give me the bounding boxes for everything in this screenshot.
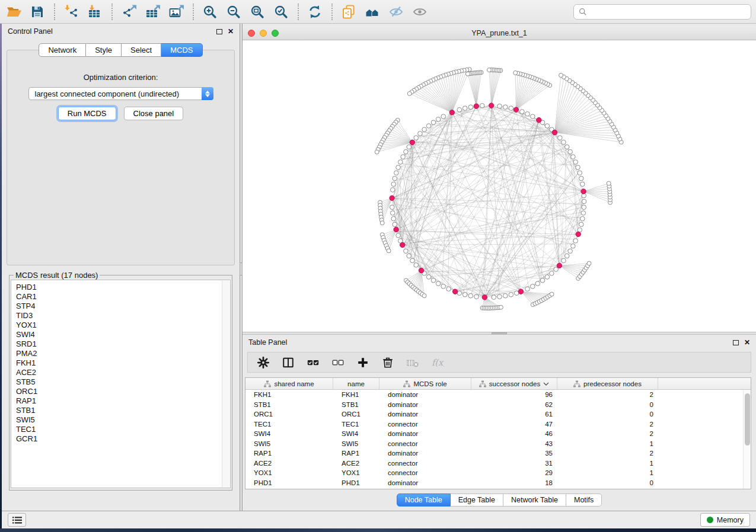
horizontal-splitter[interactable] bbox=[243, 332, 756, 335]
float-panel-icon[interactable] bbox=[216, 29, 222, 34]
memory-status-icon bbox=[707, 517, 713, 523]
result-list-scrollbar[interactable] bbox=[222, 281, 229, 487]
mcds-result-item[interactable]: STP4 bbox=[16, 302, 230, 311]
mcds-result-item[interactable]: FKH1 bbox=[16, 358, 230, 368]
mcds-result-item[interactable]: ACE2 bbox=[16, 368, 230, 377]
table-scrollbar-thumb[interactable] bbox=[745, 393, 750, 446]
tab-node-table[interactable]: Node Table bbox=[397, 493, 451, 507]
show-all-button[interactable] bbox=[411, 3, 429, 21]
select-all-button[interactable] bbox=[306, 355, 320, 370]
zoom-fit-button[interactable] bbox=[248, 3, 267, 21]
mcds-result-item[interactable]: STB1 bbox=[16, 406, 230, 415]
mcds-result-item[interactable]: TID3 bbox=[16, 311, 230, 321]
tab-edge-table[interactable]: Edge Table bbox=[451, 493, 503, 507]
table-settings-button[interactable] bbox=[256, 355, 270, 370]
open-file-button[interactable] bbox=[5, 3, 23, 21]
delete-table-icon bbox=[406, 356, 419, 369]
table-row[interactable]: ACE2ACE2connector311 bbox=[245, 459, 751, 469]
float-table-panel-icon[interactable] bbox=[733, 340, 739, 345]
mcds-result-item[interactable]: SWI4 bbox=[16, 330, 230, 339]
close-panel-icon[interactable]: ✕ bbox=[228, 28, 234, 35]
mcds-result-item[interactable]: TEC1 bbox=[16, 425, 230, 434]
tab-network[interactable]: Network bbox=[39, 43, 86, 57]
mcds-result-item[interactable]: YOX1 bbox=[16, 321, 230, 330]
tab-select[interactable]: Select bbox=[122, 43, 161, 57]
unselect-all-button[interactable] bbox=[331, 355, 345, 370]
mcds-result-item[interactable]: SRD1 bbox=[16, 339, 230, 349]
mcds-result-item[interactable]: ORC1 bbox=[16, 387, 230, 396]
mcds-result-item[interactable]: STB5 bbox=[16, 377, 230, 387]
search-input[interactable] bbox=[591, 7, 746, 16]
zoom-selected-button[interactable] bbox=[272, 3, 291, 21]
close-panel-button[interactable]: Close panel bbox=[124, 107, 184, 120]
table-row[interactable]: ORC1ORC1dominator610 bbox=[245, 409, 751, 419]
zoom-fit-icon bbox=[250, 5, 266, 19]
mcds-result-item[interactable]: PHD1 bbox=[16, 283, 230, 292]
column-header-successors[interactable]: successor nodes bbox=[471, 378, 557, 389]
table-row[interactable]: PHD1PHD1dominator180 bbox=[245, 478, 751, 488]
table-row[interactable]: SWI4SWI4dominator462 bbox=[245, 429, 751, 439]
cell-predecessors: 2 bbox=[557, 421, 658, 428]
cell-successors: 31 bbox=[471, 460, 557, 467]
cell-role: dominator bbox=[379, 479, 471, 486]
network-view[interactable] bbox=[243, 40, 756, 332]
window-close-icon[interactable] bbox=[248, 30, 255, 37]
import-table-button[interactable] bbox=[86, 3, 104, 21]
table-row[interactable]: RAP1RAP1dominator352 bbox=[245, 448, 751, 459]
column-label: predecessor nodes bbox=[583, 380, 642, 387]
tab-network-table[interactable]: Network Table bbox=[503, 493, 566, 507]
save-session-icon bbox=[30, 5, 46, 19]
duplicate-network-button[interactable] bbox=[340, 3, 358, 21]
zoom-in-button[interactable] bbox=[201, 3, 219, 21]
mcds-result-item[interactable]: RAP1 bbox=[16, 396, 230, 406]
tab-style[interactable]: Style bbox=[86, 43, 122, 57]
column-header-role[interactable]: MCDS role bbox=[379, 378, 471, 389]
mcds-result-item[interactable]: PMA2 bbox=[16, 349, 230, 358]
network-window-titlebar[interactable]: YPA_prune.txt_1 bbox=[243, 26, 756, 40]
splitter-grip-h[interactable] bbox=[492, 332, 507, 334]
memory-button[interactable]: Memory bbox=[700, 513, 750, 527]
mcds-result-list[interactable]: PHD1CAR1STP4TID3YOX1SWI4SRD1PMA2FKH1ACE2… bbox=[11, 280, 231, 488]
column-header-name[interactable]: name bbox=[333, 378, 379, 389]
delete-button[interactable] bbox=[381, 355, 395, 370]
table-row[interactable]: FKH1FKH1dominator962 bbox=[245, 390, 751, 400]
window-minimize-icon[interactable] bbox=[260, 30, 267, 37]
save-session-button[interactable] bbox=[28, 3, 47, 21]
column-header-predecessors[interactable]: predecessor nodes bbox=[557, 378, 658, 389]
export-table-button[interactable] bbox=[143, 3, 162, 21]
table-row[interactable]: TEC1TEC1connector472 bbox=[245, 419, 751, 430]
hide-selected-button[interactable] bbox=[387, 3, 406, 21]
table-row[interactable]: SWI5SWI5connector431 bbox=[245, 439, 751, 449]
zoom-out-button[interactable] bbox=[225, 3, 243, 21]
mcds-result-item[interactable]: GCR1 bbox=[16, 434, 230, 444]
table-row[interactable]: STB1STB1dominator620 bbox=[245, 400, 751, 410]
table-scrollbar[interactable] bbox=[743, 390, 751, 489]
refresh-button[interactable] bbox=[306, 3, 324, 21]
column-pane-icon bbox=[282, 356, 295, 369]
cell-successors: 61 bbox=[471, 411, 557, 418]
network-canvas[interactable] bbox=[243, 40, 756, 332]
vertical-splitter[interactable] bbox=[240, 24, 243, 511]
export-network-button[interactable] bbox=[120, 3, 138, 21]
import-network-button[interactable] bbox=[62, 3, 81, 21]
window-maximize-icon[interactable] bbox=[272, 30, 279, 37]
tab-motifs[interactable]: Motifs bbox=[566, 493, 602, 507]
mcds-result-item[interactable]: SWI5 bbox=[16, 415, 230, 425]
column-header-shared_name[interactable]: shared name bbox=[245, 378, 333, 389]
column-pane-button[interactable] bbox=[281, 355, 295, 370]
optimization-criterion-select[interactable]: largest connected component (undirected) bbox=[28, 87, 213, 100]
add-button[interactable] bbox=[356, 355, 370, 370]
attribute-type-icon bbox=[573, 380, 580, 387]
mcds-result-item[interactable]: CAR1 bbox=[16, 292, 230, 302]
control-panel-tabs: NetworkStyleSelectMCDS bbox=[2, 43, 240, 57]
export-image-button[interactable] bbox=[167, 3, 186, 21]
table-row[interactable]: YOX1YOX1connector291 bbox=[245, 468, 751, 478]
splitter-grip[interactable] bbox=[240, 262, 243, 275]
search-box[interactable] bbox=[573, 4, 751, 20]
first-neighbors-button[interactable] bbox=[363, 3, 382, 21]
tab-mcds[interactable]: MCDS bbox=[161, 43, 202, 57]
cell-predecessors: 0 bbox=[557, 411, 658, 418]
close-table-panel-icon[interactable]: ✕ bbox=[744, 339, 750, 346]
run-mcds-button[interactable]: Run MCDS bbox=[58, 107, 116, 120]
task-history-button[interactable] bbox=[8, 513, 26, 527]
